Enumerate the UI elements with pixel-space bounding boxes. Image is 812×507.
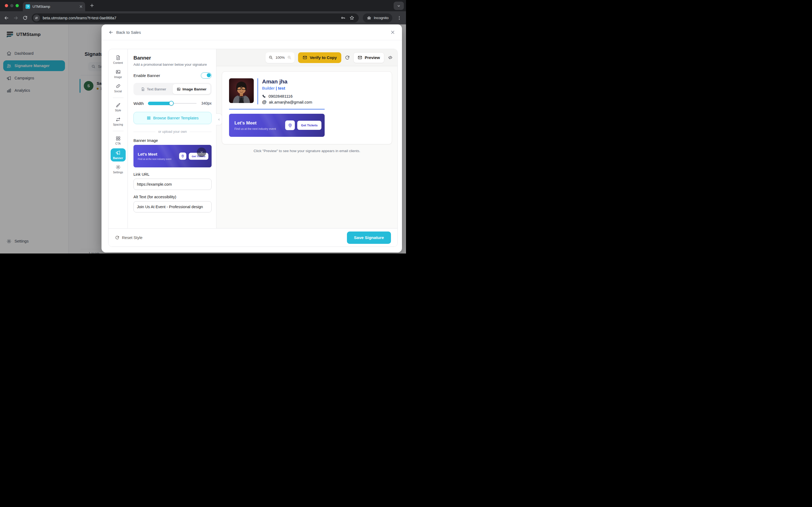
incognito-label: Incognito [374, 16, 389, 20]
preview-caption: Click "Preview" to see how your signatur… [222, 149, 392, 153]
preview-button[interactable]: Preview [353, 52, 384, 63]
back-to-sales-link[interactable]: Back to Sales [108, 30, 141, 35]
banner-type-tabs: Text Banner Image Banner [134, 83, 212, 95]
rail-item-social[interactable]: Social [111, 82, 126, 95]
get-tickets-button[interactable]: Get Tickets [297, 121, 321, 130]
browser-tab[interactable]: UTMStamp [23, 2, 85, 11]
site-settings-icon[interactable] [33, 14, 40, 21]
tab-title: UTMStamp [33, 5, 77, 9]
signature-role: Builder [262, 86, 275, 91]
enable-banner-toggle[interactable] [201, 72, 212, 78]
editor-card: Content Image Social [108, 49, 398, 247]
link-url-label: Link URL [134, 172, 212, 176]
banner-subtitle: Find us at the next industry event [138, 158, 171, 160]
signature-team: test [278, 86, 285, 91]
enable-banner-label: Enable Banner [134, 73, 160, 78]
tab-search-chevron-button[interactable] [394, 2, 404, 10]
tab-close-icon[interactable] [80, 5, 83, 8]
signature-editor-modal: Back to Sales Content [101, 24, 402, 252]
megaphone-icon [115, 150, 121, 155]
password-key-icon[interactable] [341, 15, 346, 20]
collapse-panel-handle[interactable] [216, 113, 222, 125]
location-pin-button[interactable] [179, 153, 186, 160]
rail-item-spacing[interactable]: Spacing [111, 115, 126, 128]
rail-item-style[interactable]: Style [111, 101, 126, 114]
banner-form-panel: Banner Add a promotional banner below yo… [128, 49, 216, 228]
grid-icon [147, 116, 151, 120]
tab-text-banner[interactable]: Text Banner [135, 84, 173, 94]
rail-item-cta[interactable]: CTA [111, 134, 126, 147]
signature-phone: 09028481116 [268, 94, 293, 99]
signature-preview-card: Aman jha Builder | test [222, 71, 392, 144]
refresh-preview-icon[interactable] [345, 55, 350, 60]
divider [113, 131, 123, 131]
browse-banner-templates-button[interactable]: Browse Banner Templates [134, 112, 212, 124]
rail-item-banner[interactable]: Banner [111, 148, 126, 162]
incognito-badge: Incognito [363, 13, 392, 22]
browser-menu-icon[interactable] [396, 15, 402, 20]
view-code-icon[interactable] [388, 55, 393, 60]
document-icon [115, 55, 121, 60]
arrow-left-icon [108, 30, 114, 35]
window-controls[interactable] [5, 4, 19, 7]
tab-image-banner[interactable]: Image Banner [173, 84, 211, 94]
favicon-icon [26, 4, 30, 9]
envelope-icon [358, 55, 362, 60]
width-slider[interactable] [148, 101, 197, 106]
link-url-input[interactable] [134, 179, 212, 190]
width-label: Width [134, 101, 145, 106]
minimize-window-button[interactable] [10, 4, 13, 7]
forward-button[interactable] [13, 15, 18, 21]
reload-button[interactable] [22, 15, 28, 20]
editor-footer: Reset Style Save Signature [108, 228, 397, 246]
banner-title: Let's Meet [138, 152, 171, 156]
panel-subtitle: Add a promotional banner below your sign… [134, 62, 212, 66]
zoom-control: 100% [265, 52, 295, 63]
divider [113, 98, 123, 98]
bookmark-star-icon[interactable] [349, 15, 354, 20]
preview-toolbar: 100% Verify to Copy [216, 49, 397, 66]
width-value: 340px [200, 101, 212, 105]
alt-text-input[interactable] [134, 201, 212, 213]
incognito-icon [366, 15, 372, 20]
verify-to-copy-button[interactable]: Verify to Copy [298, 52, 341, 63]
image-icon [115, 69, 121, 74]
url-bar[interactable]: beta.utmstamp.com/teams?t=test-0ae868a7 [32, 13, 359, 22]
signature-rule [229, 109, 325, 109]
save-signature-button[interactable]: Save Signature [347, 231, 391, 244]
phone-icon [262, 94, 266, 98]
panel-title: Banner [134, 55, 212, 61]
back-label: Back to Sales [116, 30, 141, 35]
back-button[interactable] [4, 15, 9, 21]
slider-knob[interactable] [169, 101, 174, 106]
brush-icon [115, 103, 121, 108]
remove-banner-image-button[interactable] [197, 148, 206, 157]
browser-toolbar: beta.utmstamp.com/teams?t=test-0ae868a7 … [0, 11, 406, 24]
zoom-out-icon[interactable] [268, 55, 273, 60]
editor-nav-rail: Content Image Social [108, 49, 128, 228]
close-window-button[interactable] [5, 4, 8, 7]
reset-style-button[interactable]: Reset Style [115, 235, 143, 240]
rail-item-image[interactable]: Image [111, 68, 126, 80]
rail-item-content[interactable]: Content [111, 53, 126, 66]
banner-image-thumbnail: Let's Meet Find us at the next industry … [134, 145, 212, 167]
profile-photo [229, 78, 254, 103]
at-symbol: @ [262, 100, 267, 104]
browser-chrome: UTMStamp beta.utmstamp.com/teams?t=test-… [0, 0, 406, 24]
banner-title: Let's Meet [235, 120, 276, 126]
signature-email: ak.amanjha@gmail.com [269, 100, 312, 104]
url-text[interactable]: beta.utmstamp.com/teams?t=test-0ae868a7 [43, 16, 338, 20]
zoom-value: 100% [275, 56, 285, 60]
document-icon [141, 87, 145, 91]
location-pin-button[interactable] [285, 120, 295, 130]
link-icon [115, 83, 121, 89]
envelope-icon [303, 55, 307, 60]
modal-close-icon[interactable] [391, 30, 395, 35]
zoom-in-icon[interactable] [287, 55, 292, 60]
rail-item-settings[interactable]: Settings [111, 163, 126, 176]
banner-image-label: Banner Image [134, 138, 212, 143]
image-icon [177, 87, 181, 91]
new-tab-button[interactable] [89, 3, 95, 8]
zoom-window-button[interactable] [15, 4, 19, 7]
refresh-icon [115, 235, 119, 240]
